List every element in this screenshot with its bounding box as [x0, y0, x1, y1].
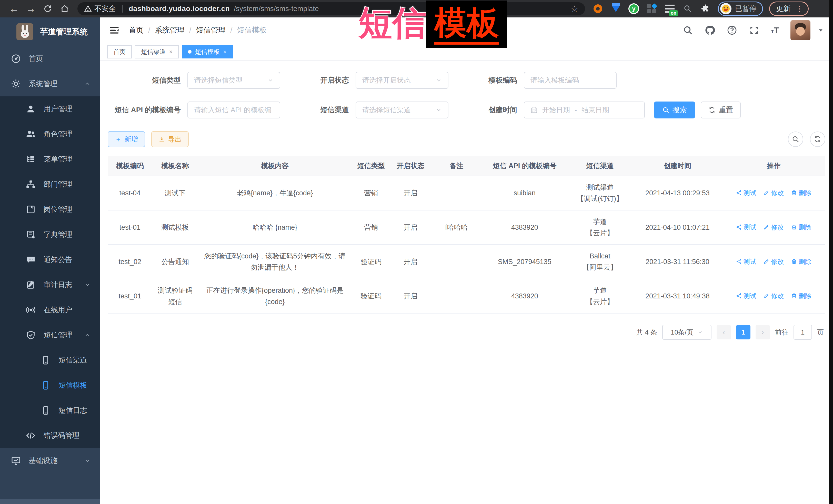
edit-link[interactable]: 修改 [763, 221, 784, 233]
delete-link[interactable]: 删除 [791, 187, 811, 198]
sidebar-item-sms-channel[interactable]: 短信渠道 [0, 347, 100, 373]
sms-type-select[interactable]: 请选择短信类型 [187, 72, 280, 89]
reset-button[interactable]: 重置 [701, 101, 741, 118]
sms-channel-select[interactable]: 请选择短信渠道 [356, 101, 448, 118]
edit-link[interactable]: 修改 [763, 290, 784, 302]
warning-triangle-icon [84, 5, 92, 13]
prev-page-button[interactable]: ‹ [717, 325, 731, 339]
sidebar-item-sms-template[interactable]: 短信模板 [0, 373, 100, 398]
extension-magnifier-icon[interactable] [682, 3, 693, 14]
font-size-icon[interactable]: тT [771, 25, 779, 35]
address-bar[interactable]: 不安全 dashboard.yudao.iocoder.cn/system/sm… [77, 2, 585, 15]
browser-menu-kebab-icon[interactable]: ⋮ [795, 4, 804, 14]
browser-reload-icon[interactable] [41, 2, 55, 16]
browser-forward-icon[interactable]: → [24, 2, 38, 16]
breadcrumb-system[interactable]: 系统管理 [155, 25, 185, 35]
col-api-template-id: 短信 API 的模板编号 [482, 156, 567, 176]
edit-link[interactable]: 修改 [763, 256, 784, 267]
extension-donut-icon[interactable] [592, 3, 603, 14]
col-template-content: 模板内容 [198, 156, 352, 176]
sidebar-item-sms-log[interactable]: 短信日志 [0, 398, 100, 423]
avatar-caret-down-icon[interactable] [817, 27, 824, 34]
tree-list-icon [26, 154, 36, 164]
breadcrumb-home[interactable]: 首页 [129, 25, 144, 35]
breadcrumb-sms[interactable]: 短信管理 [196, 25, 225, 35]
collapse-sidebar-icon[interactable] [109, 25, 120, 36]
sidebar-item-label: 系统管理 [29, 79, 57, 89]
sidebar-item-roles[interactable]: 角色管理 [0, 121, 100, 147]
refresh-table-button[interactable] [810, 131, 825, 147]
test-link[interactable]: 测试 [736, 187, 756, 198]
sidebar-item-dicts[interactable]: 字典管理 [0, 222, 100, 247]
sidebar-item-menus[interactable]: 菜单管理 [0, 147, 100, 172]
browser-home-icon[interactable] [57, 2, 72, 16]
cell-channel: 芋道【云片】 [567, 210, 633, 245]
bookmark-star-icon[interactable]: ☆ [571, 4, 578, 14]
page-size-select[interactable]: 10条/页 [662, 325, 712, 340]
phone-icon [41, 380, 51, 390]
search-button[interactable]: 搜索 [654, 101, 695, 118]
cell-created: 2021-03-31 10:49:38 [633, 279, 722, 313]
browser-profile-chip[interactable]: 已暂停 [718, 2, 763, 16]
share-icon [736, 190, 742, 196]
test-link[interactable]: 测试 [736, 256, 756, 267]
github-icon[interactable] [705, 25, 715, 35]
sidebar-item-notices[interactable]: 通知公告 [0, 247, 100, 272]
sidebar-item-audit-log[interactable]: 审计日志 [0, 272, 100, 297]
breadcrumb-separator: / [148, 26, 150, 34]
not-secure-warning[interactable]: 不安全 [84, 4, 116, 14]
goto-page-input[interactable] [793, 325, 812, 340]
extensions-puzzle-icon[interactable] [700, 3, 711, 14]
url-domain: dashboard.yudao.iocoder.cn [129, 5, 230, 13]
extension-list-on-icon[interactable]: on [664, 3, 675, 14]
sidebar-item-home[interactable]: 首页 [0, 46, 100, 71]
delete-link[interactable]: 删除 [791, 221, 811, 233]
test-link[interactable]: 测试 [736, 290, 756, 302]
tab-sms-template[interactable]: 短信模板 × [182, 45, 233, 58]
share-icon [736, 293, 742, 299]
sidebar-item-users[interactable]: 用户管理 [0, 96, 100, 121]
sidebar-item-system[interactable]: 系统管理 [0, 71, 100, 96]
filter-label: 创建时间 [479, 105, 517, 115]
browser-update-button[interactable]: 更新 ⋮ [769, 2, 809, 16]
browser-back-icon[interactable]: ← [7, 2, 21, 16]
next-page-button[interactable]: › [756, 325, 770, 339]
extension-y-icon[interactable]: y [628, 3, 639, 14]
extension-grid-icon[interactable] [646, 3, 658, 14]
filter-open-status: 开启状态 请选择开启状态 [310, 72, 448, 89]
close-icon[interactable]: × [223, 48, 227, 55]
sidebar-item-posts[interactable]: 岗位管理 [0, 197, 100, 222]
overlay-text-red: 模板 [434, 4, 499, 45]
sidebar-item-online-users[interactable]: 在线用户 [0, 297, 100, 322]
sidebar-item-departments[interactable]: 部门管理 [0, 172, 100, 197]
create-time-range-picker[interactable]: 开始日期 - 结束日期 [524, 101, 645, 118]
extension-gem-icon[interactable] [610, 3, 621, 14]
fullscreen-icon[interactable] [748, 25, 759, 35]
export-button[interactable]: 导出 [151, 131, 189, 147]
tab-sms-channel[interactable]: 短信渠道 × [135, 45, 179, 58]
api-template-id-input[interactable]: 请输入短信 API 的模板编 [187, 101, 280, 118]
col-operations: 操作 [722, 156, 825, 176]
sidebar-item-label: 角色管理 [44, 129, 72, 139]
delete-link[interactable]: 删除 [791, 290, 811, 302]
sidebar-header[interactable]: 芋道管理系统 [0, 18, 100, 46]
delete-link[interactable]: 删除 [791, 256, 811, 267]
search-icon[interactable] [683, 25, 693, 35]
close-icon[interactable]: × [169, 48, 172, 55]
help-icon[interactable] [727, 25, 737, 35]
template-code-input[interactable]: 请输入模板编码 [524, 72, 617, 89]
page-1-button[interactable]: 1 [736, 325, 751, 339]
test-link[interactable]: 测试 [736, 221, 756, 233]
user-avatar[interactable] [790, 20, 810, 40]
sidebar-item-label: 在线用户 [44, 305, 72, 315]
sidebar-item-label: 基础设施 [29, 456, 57, 465]
pencil-icon [763, 224, 769, 230]
show-search-toggle-button[interactable] [788, 131, 803, 147]
edit-link[interactable]: 修改 [763, 187, 784, 198]
sidebar-item-sms-management[interactable]: 短信管理 [0, 322, 100, 347]
tab-home[interactable]: 首页 [107, 45, 132, 58]
sidebar-item-error-codes[interactable]: 错误码管理 [0, 423, 100, 448]
add-button[interactable]: ＋ 新增 [108, 131, 145, 147]
sidebar-item-infrastructure[interactable]: 基础设施 [0, 448, 100, 473]
open-status-select[interactable]: 请选择开启状态 [356, 72, 448, 89]
